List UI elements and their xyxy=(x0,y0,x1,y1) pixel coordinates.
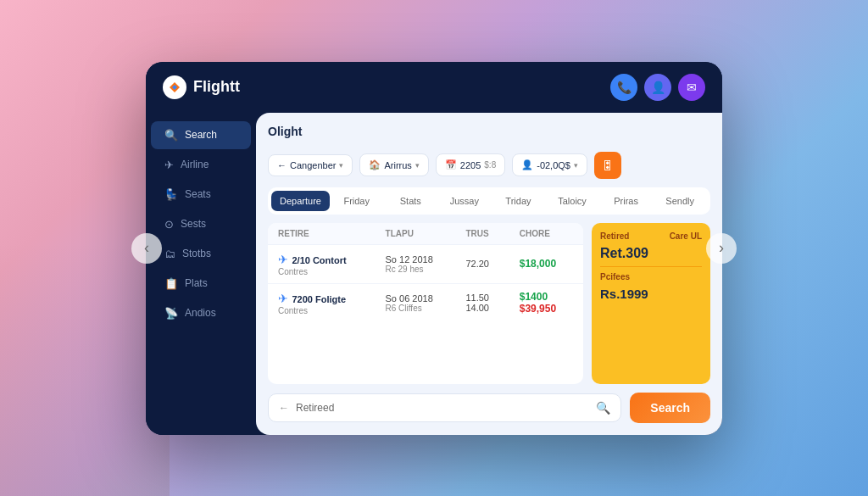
mail-button[interactable]: ✉ xyxy=(678,74,705,101)
col-chore: Chore xyxy=(520,229,573,238)
table-row[interactable]: ✈ 7200 Foligte Contres So 06 2018 R6 Cli… xyxy=(268,284,583,322)
dest-arrow: ▾ xyxy=(415,161,420,170)
col-retire: Retire xyxy=(278,229,386,238)
rp-value1: Ret.309 xyxy=(600,246,702,261)
tab-triday[interactable]: Triday xyxy=(492,191,546,211)
table-row[interactable]: ✈ 2/10 Contort Contres So 12 2018 Rc 29 … xyxy=(268,245,583,284)
rp-col2-label: Care UL xyxy=(670,231,702,241)
sidebar-item-search[interactable]: 🔍 Search xyxy=(151,121,251,149)
content-area: Olight ← Cangenber ▾ 🏠 Arirrus ▾ 📅 2205 … xyxy=(256,113,722,435)
flight-1-price: $18,000 xyxy=(520,258,573,270)
seats-icon: 💺 xyxy=(164,188,178,201)
sidebar-item-seats[interactable]: 💺 Seats xyxy=(151,181,251,209)
search-prefix-icon: ← xyxy=(279,402,289,414)
rp-col1-label: Retired xyxy=(600,231,629,241)
sidebar-label-seats: Seats xyxy=(185,188,211,200)
tab-sendly[interactable]: Sendly xyxy=(653,191,707,211)
logo-icon xyxy=(163,75,186,99)
sidebar-item-stotbs[interactable]: 🗂 Stotbs xyxy=(151,240,251,268)
plane-icon-2: ✈ xyxy=(278,292,288,305)
flight-2-price: $1400 $39,950 xyxy=(520,291,573,315)
date-sub: $:8 xyxy=(484,160,496,170)
search-magnifier-icon: 🔍 xyxy=(596,401,610,415)
flight-1-sub: Contres xyxy=(278,267,386,276)
origin-icon: ← xyxy=(277,160,287,170)
sidebar-item-andios[interactable]: 📡 Andios xyxy=(151,299,251,327)
passengers-icon: 👤 xyxy=(521,159,533,170)
sidebar-item-plats[interactable]: 📋 Plats xyxy=(151,270,251,298)
sidebar-label-airline: Airline xyxy=(181,159,209,170)
phone-button[interactable]: 📞 xyxy=(610,74,637,101)
passengers-label: -02,0Q$ xyxy=(537,160,570,170)
flight-2-time: 11.50 14.00 xyxy=(465,293,519,313)
dest-icon: 🏠 xyxy=(369,159,381,170)
tab-jussay[interactable]: Jussay xyxy=(437,191,492,211)
sidebar-label-stotbs: Stotbs xyxy=(182,248,211,259)
logo-area: Flightt xyxy=(163,75,240,99)
search-input[interactable] xyxy=(296,402,589,414)
header: Flightt 📞 👤 ✉ xyxy=(146,62,722,113)
col-trus: Trus xyxy=(465,229,519,238)
date-label: 2205 xyxy=(460,160,481,170)
airline-icon: ✈ xyxy=(164,159,174,171)
header-actions: 📞 👤 ✉ xyxy=(610,74,705,101)
next-arrow[interactable]: › xyxy=(706,233,737,264)
section-title: Olight xyxy=(268,125,710,138)
flight-1-date: So 12 2018 Rc 29 hes xyxy=(386,254,466,274)
origin-arrow: ▾ xyxy=(339,161,343,170)
sidebar-label-plats: Plats xyxy=(185,277,208,289)
flight-2-name: ✈ 7200 Foligte Contres xyxy=(278,291,386,315)
search-input-wrap[interactable]: ← 🔍 xyxy=(268,393,621,422)
passengers-filter[interactable]: 👤 -02,0Q$ ▾ xyxy=(512,153,587,176)
tab-stats[interactable]: Stats xyxy=(384,191,438,211)
destination-filter[interactable]: 🏠 Arirrus ▾ xyxy=(359,153,428,176)
search-bar: ← 🔍 Search xyxy=(268,393,710,423)
user-button[interactable]: 👤 xyxy=(644,74,671,101)
date-filter[interactable]: 📅 2205 $:8 xyxy=(436,153,505,176)
flight-1-time: 72.20 xyxy=(465,259,519,269)
tab-taloicy[interactable]: Taloicy xyxy=(545,191,599,211)
tab-departure[interactable]: Departure xyxy=(271,191,330,211)
filters-row: ← Cangenber ▾ 🏠 Arirrus ▾ 📅 2205 $:8 👤 -… xyxy=(268,152,710,179)
filter-icon: 🎛 xyxy=(602,159,614,172)
tab-friday[interactable]: Friday xyxy=(330,191,384,211)
search-button[interactable]: Search xyxy=(630,393,710,423)
passengers-arrow: ▾ xyxy=(574,161,578,170)
plane-icon-1: ✈ xyxy=(278,253,288,266)
plats-icon: 📋 xyxy=(164,277,178,290)
sidebar-label-search: Search xyxy=(185,129,217,141)
sidebar-item-sests[interactable]: ⊙ Sests xyxy=(151,210,251,238)
sests-icon: ⊙ xyxy=(164,218,174,231)
flight-1-name: ✈ 2/10 Contort Contres xyxy=(278,252,386,276)
app-card: Flightt 📞 👤 ✉ 🔍 Search ✈ Airline 💺 Seats xyxy=(146,62,722,435)
app-title: Flightt xyxy=(193,78,240,96)
origin-filter[interactable]: ← Cangenber ▾ xyxy=(268,154,353,176)
rp-header: Retired Care UL xyxy=(600,231,702,241)
tab-priras[interactable]: Priras xyxy=(599,191,654,211)
sidebar-label-andios: Andios xyxy=(185,307,216,319)
col-tlapu: Tlapu xyxy=(386,229,466,238)
rp-divider xyxy=(600,266,702,267)
right-panel: Retired Care UL Ret.309 Pcifees Rs.1999 xyxy=(592,223,710,384)
sidebar-label-sests: Sests xyxy=(181,218,206,230)
origin-label: Cangenber xyxy=(290,160,336,170)
tabs-row: Departure Friday Stats Jussay Triday Tal… xyxy=(268,187,710,215)
rp-sub-label: Pcifees xyxy=(600,272,702,281)
table-header: Retire Tlapu Trus Chore xyxy=(268,223,583,245)
table-panel-wrapper: Retire Tlapu Trus Chore ✈ 2/10 Contort C… xyxy=(268,223,710,384)
sidebar: 🔍 Search ✈ Airline 💺 Seats ⊙ Sests 🗂 Sto… xyxy=(146,113,256,435)
advanced-filter-button[interactable]: 🎛 xyxy=(594,152,621,179)
rp-value2: Rs.1999 xyxy=(600,287,702,301)
main-layout: 🔍 Search ✈ Airline 💺 Seats ⊙ Sests 🗂 Sto… xyxy=(146,113,722,435)
sidebar-item-airline[interactable]: ✈ Airline xyxy=(151,151,251,179)
andios-icon: 📡 xyxy=(164,307,178,320)
flight-table: Retire Tlapu Trus Chore ✈ 2/10 Contort C… xyxy=(268,223,583,384)
flight-2-sub: Contres xyxy=(278,306,386,315)
flight-2-date: So 06 2018 R6 Cliffes xyxy=(386,293,466,313)
stotbs-icon: 🗂 xyxy=(164,248,175,260)
date-icon: 📅 xyxy=(445,159,457,170)
search-icon: 🔍 xyxy=(164,129,178,142)
prev-arrow[interactable]: ‹ xyxy=(131,233,162,264)
dest-label: Arirrus xyxy=(384,160,411,170)
